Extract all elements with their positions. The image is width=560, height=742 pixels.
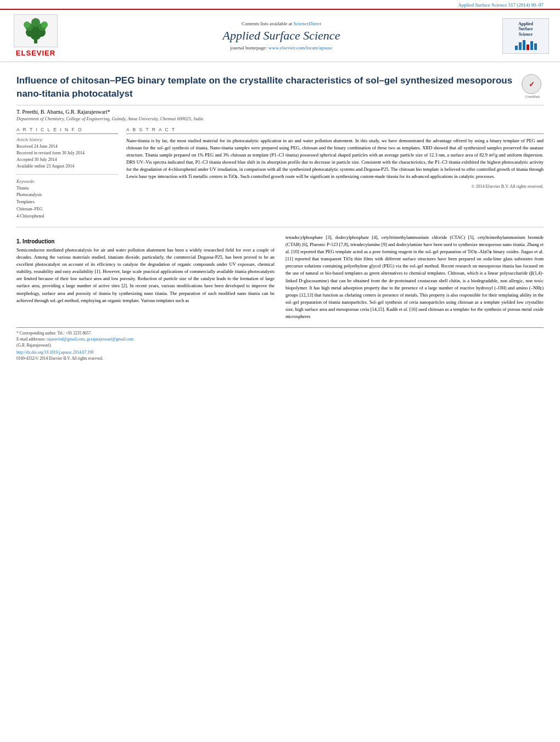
abstract-panel: A B S T R A C T Nano-titania is by far, … [126,127,544,220]
footnote-area: * Corresponding author. Tel.: +91 2235 8… [16,327,544,361]
keyword-titania: Titania [16,185,118,192]
journal-logo-title: AppliedSurfaceScience [518,21,533,37]
intro-right-text: tetradecylphosphate [3], dodecylphosphat… [285,234,544,321]
intro-right-col: tetradecylphosphate [3], dodecylphosphat… [285,234,544,321]
revised-date: Received in revised form 30 July 2014 [16,150,118,157]
journal-header: ELSEVIER Contents lists available at Sci… [0,9,560,62]
svg-point-8 [24,21,30,28]
svg-point-7 [31,18,40,27]
email-line: E-mail addresses: rajaravind@gmail.com, … [16,337,544,342]
sciencedirect-line: Contents lists available at ScienceDirec… [69,21,494,26]
introduction-section: 1. Introduction Semiconductor mediated p… [16,234,544,321]
journal-reference-bar: Applied Surface Science 317 (2014) 90–97 [0,0,560,9]
introduction-heading: 1. Introduction [16,238,275,244]
sciencedirect-link[interactable]: ScienceDirect [294,21,321,26]
chart-bar-2 [519,42,522,50]
email-suffix: (G.R. Rajarajeswari). [16,343,544,348]
crossmark-logo: ✓ CrossMark [522,74,544,96]
article-info-label: A R T I C L E I N F O [16,127,118,134]
keyword-chlorophenol: 4-Chlorophenol [16,213,118,220]
article-info-abstract-section: A R T I C L E I N F O Article history: R… [16,127,544,220]
email-label: E-mail addresses: [16,337,46,342]
chart-bar-1 [515,46,518,50]
keyword-photocatalysis: Photocatalysis [16,192,118,199]
chart-bar-5 [530,41,533,50]
keywords-label: Keywords: [16,179,118,184]
elsevier-logo-area: ELSEVIER [11,14,60,57]
doi-link[interactable]: http://dx.doi.org/10.1016/j.apsusc.2014.… [16,350,94,355]
intro-left-col: 1. Introduction Semiconductor mediated p… [16,234,275,321]
journal-citation: Applied Surface Science 317 (2014) 90–97 [458,2,544,8]
content-divider [16,227,544,227]
chart-bar-4 [527,44,529,50]
corresponding-author-note: * Corresponding author. Tel.: +91 2235 8… [16,331,544,336]
keyword-templates: Templates [16,199,118,206]
crossmark-label: CrossMark [522,95,544,98]
crossmark-icon: ✓ [522,74,541,94]
received-date: Received 24 June 2014 [16,143,118,150]
journal-title: Applied Surface Science [69,29,494,43]
affiliation-text: Department of Chemistry, College of Engi… [16,116,544,121]
intro-left-text: Semiconductor mediated photocatalysis fo… [16,247,275,304]
available-date: Available online 23 August 2014 [16,163,118,170]
abstract-label: A B S T R A C T [126,127,544,134]
abstract-text: Nano-titania is by far, the most studied… [126,137,544,181]
elsevier-wordmark: ELSEVIER [16,49,55,57]
article-history-label: Article history: [16,137,118,142]
journal-title-area: Contents lists available at ScienceDirec… [60,21,502,51]
journal-logo-box: AppliedSurfaceScience [502,18,549,54]
keyword-chitosan-peg: Chitosan–PEG [16,206,118,213]
issn-line: 0169-4332/© 2014 Elsevier B.V. All right… [16,356,544,361]
doi-line: http://dx.doi.org/10.1016/j.apsusc.2014.… [16,350,544,355]
homepage-url[interactable]: www.elsevier.com/locate/apsusc [268,45,333,51]
authors-line: T. Preethi, B. Abarna, G.R. Rajarajeswar… [16,109,544,115]
article-info-panel: A R T I C L E I N F O Article history: R… [16,127,118,220]
copyright-line: © 2014 Elsevier B.V. All rights reserved… [126,184,544,189]
chart-bar-3 [523,40,525,50]
email-link[interactable]: rajaravind@gmail.com, gr.rajarajeswari@g… [47,337,133,342]
journal-logo-chart [515,39,537,50]
accepted-date: Accepted 30 July 2014 [16,157,118,163]
main-content: Influence of chitosan–PEG binary templat… [0,62,560,367]
homepage-line: journal homepage: www.elsevier.com/locat… [69,45,494,51]
elsevier-tree-logo [14,14,58,47]
article-title-section: Influence of chitosan–PEG binary templat… [16,74,544,105]
article-title: Influence of chitosan–PEG binary templat… [16,74,516,101]
chart-bar-6 [534,43,537,50]
svg-point-9 [41,21,48,28]
authors-text: T. Preethi, B. Abarna, G.R. Rajarajeswar… [16,109,110,115]
